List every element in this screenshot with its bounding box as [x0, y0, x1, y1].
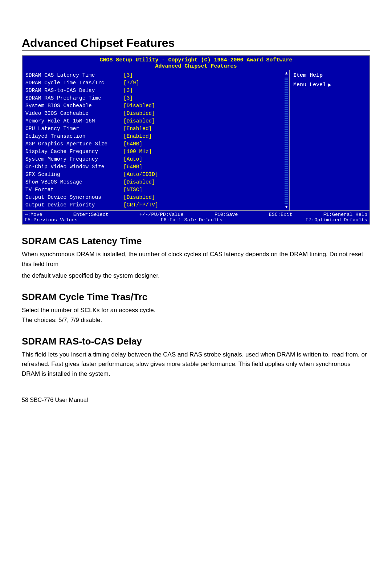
section-title-0: SDRAM CAS Latency Time — [22, 235, 370, 247]
bios-footer-row2: F5:Previous Values F6:Fail-Safe Defaults… — [25, 217, 367, 223]
sections-container: SDRAM CAS Latency TimeWhen synchronous D… — [22, 235, 370, 379]
bios-row[interactable]: TV Format[NTSC] — [25, 186, 280, 194]
bios-key-save: F10:Save — [215, 212, 238, 217]
bios-row[interactable]: Video BIOS Cacheable[Disabled] — [25, 110, 280, 117]
bios-screen: CMOS Setup Utility - Copyright (C) 1984-… — [22, 55, 370, 225]
bios-main-panel: SDRAM CAS Latency Time[3]SDRAM Cycle Tim… — [23, 70, 290, 210]
bios-row-value: [3] — [123, 72, 133, 79]
bios-row-label: SDRAM CAS Latency Time — [25, 72, 123, 79]
bios-menu-level-label: Menu Level — [293, 82, 326, 88]
bios-row[interactable]: GFX Scaling[Auto/EDID] — [25, 171, 280, 178]
bios-row-value: [100 MHz] — [123, 148, 152, 156]
bios-row-label: TV Format — [25, 186, 123, 194]
section-title-1: SDRAM Cycle Time Tras/Trc — [22, 291, 370, 303]
bios-body: SDRAM CAS Latency Time[3]SDRAM Cycle Tim… — [23, 70, 369, 210]
bios-key-move: ↔:Move — [25, 212, 42, 217]
bios-scrollbar[interactable]: ▲ ▼ — [284, 70, 289, 210]
bios-key-exit: ESC:Exit — [269, 212, 293, 217]
bios-scroll-down-icon[interactable]: ▼ — [285, 205, 287, 210]
bios-row-label: Memory Hole At 15M-16M — [25, 117, 123, 125]
bios-row-label: System Memory Frequency — [25, 156, 123, 163]
bios-row-label: Show VBIOS Message — [25, 178, 123, 186]
bios-footer: ↔:Move Enter:Select +/-/PU/PD:Value F10:… — [23, 210, 369, 224]
bios-key-select: Enter:Select — [73, 212, 109, 217]
page-title: Advanced Chipset Features — [22, 36, 370, 50]
bios-row-label: Output Device Syncronous — [25, 194, 123, 201]
bios-row-label: SDRAM RAS Precharge Time — [25, 94, 123, 102]
bios-row-label: On-Chip Video Window Size — [25, 163, 123, 171]
bios-scroll-up-icon[interactable]: ▲ — [285, 71, 287, 76]
bios-menu-level-arrow-icon: ▶ — [328, 81, 331, 88]
bios-row[interactable]: Show VBIOS Message[Disabled] — [25, 178, 280, 186]
bios-menu-level: Menu Level ▶ — [293, 81, 366, 88]
bios-key-prev: F5:Previous Values — [25, 217, 78, 223]
bios-scroll-track — [285, 77, 288, 204]
bios-row-label: AGP Graphics Aperture Size — [25, 140, 123, 148]
section-body-2-0: This field lets you insert a timing dela… — [22, 350, 370, 379]
bios-row[interactable]: Memory Hole At 15M-16M[Disabled] — [25, 117, 280, 125]
bios-row-value: [NTSC] — [123, 186, 142, 194]
bios-row[interactable]: Output Device Priority[CRT/FP/TV] — [25, 201, 280, 209]
bios-sidebar: Item Help Menu Level ▶ — [290, 70, 369, 210]
bios-row[interactable]: SDRAM Cycle Time Tras/Trc[7/9] — [25, 79, 280, 87]
bios-row-label: GFX Scaling — [25, 171, 123, 178]
bios-footer-row1: ↔:Move Enter:Select +/-/PU/PD:Value F10:… — [25, 212, 367, 217]
bios-row-value: [CRT/FP/TV] — [123, 201, 158, 209]
bios-row[interactable]: Delayed Transaction[Enabled] — [25, 133, 280, 140]
bios-row-value: [Enabled] — [123, 133, 152, 140]
bios-row-label: SDRAM RAS-to-CAS Delay — [25, 87, 123, 94]
bios-row[interactable]: SDRAM CAS Latency Time[3] — [25, 72, 280, 79]
bios-row[interactable]: SDRAM RAS-to-CAS Delay[3] — [25, 87, 280, 94]
bios-rows-container: SDRAM CAS Latency Time[3]SDRAM Cycle Tim… — [25, 72, 286, 209]
bios-row-label: System BIOS Cacheable — [25, 102, 123, 110]
bios-row-value: [3] — [123, 87, 133, 94]
bios-row[interactable]: Output Device Syncronous[Disabled] — [25, 194, 280, 201]
bios-row-label: Video BIOS Cacheable — [25, 110, 123, 117]
bios-row-value: [3] — [123, 94, 133, 102]
bios-row-value: [Disabled] — [123, 194, 155, 201]
section-title-2: SDRAM RAS-to-CAS Delay — [22, 336, 370, 347]
section-body-0-0: When synchronous DRAM is installed, the … — [22, 250, 370, 269]
bios-row-value: [Disabled] — [123, 117, 155, 125]
bios-row-value: [Auto] — [123, 156, 142, 163]
bios-key-failsafe: F6:Fail-Safe Defaults — [161, 217, 222, 223]
bios-header-line1: CMOS Setup Utility - Copyright (C) 1984-… — [23, 57, 369, 63]
bios-key-optimized: F7:Optimized Defaults — [306, 217, 367, 223]
bios-row-label: Output Device Priority — [25, 201, 123, 209]
bios-item-help-title: Item Help — [293, 72, 366, 78]
bios-row[interactable]: Display Cache Frequency[100 MHz] — [25, 148, 280, 156]
bios-row-value: [Enabled] — [123, 125, 152, 133]
page-footer: 58 SBC-776 User Manual — [22, 397, 370, 403]
bios-row[interactable]: AGP Graphics Aperture Size[64MB] — [25, 140, 280, 148]
bios-row[interactable]: System Memory Frequency[Auto] — [25, 156, 280, 163]
bios-row[interactable]: System BIOS Cacheable[Disabled] — [25, 102, 280, 110]
bios-row-value: [64MB] — [123, 163, 142, 171]
bios-row-value: [Disabled] — [123, 102, 155, 110]
bios-row-value: [Auto/EDID] — [123, 171, 158, 178]
bios-key-help: F1:General Help — [323, 212, 367, 217]
bios-key-value: +/-/PU/PD:Value — [139, 212, 184, 217]
bios-row[interactable]: CPU Latency Timer[Enabled] — [25, 125, 280, 133]
bios-header-line2: Advanced Chipset Features — [23, 63, 369, 69]
section-body-1-0: Select the number of SCLKs for an access… — [22, 306, 370, 325]
page-header: Advanced Chipset Features — [22, 36, 370, 51]
bios-row-value: [Disabled] — [123, 110, 155, 117]
bios-row-label: Display Cache Frequency — [25, 148, 123, 156]
bios-row-label: Delayed Transaction — [25, 133, 123, 140]
bios-row[interactable]: On-Chip Video Window Size[64MB] — [25, 163, 280, 171]
bios-row-value: [Disabled] — [123, 178, 155, 186]
bios-row[interactable]: SDRAM RAS Precharge Time[3] — [25, 94, 280, 102]
bios-row-label: CPU Latency Timer — [25, 125, 123, 133]
bios-row-label: SDRAM Cycle Time Tras/Trc — [25, 79, 123, 87]
bios-header: CMOS Setup Utility - Copyright (C) 1984-… — [23, 56, 369, 70]
section-body-0-1: the default value specified by the syste… — [22, 271, 370, 281]
bios-row-value: [7/9] — [123, 79, 139, 87]
bios-row-value: [64MB] — [123, 140, 142, 148]
